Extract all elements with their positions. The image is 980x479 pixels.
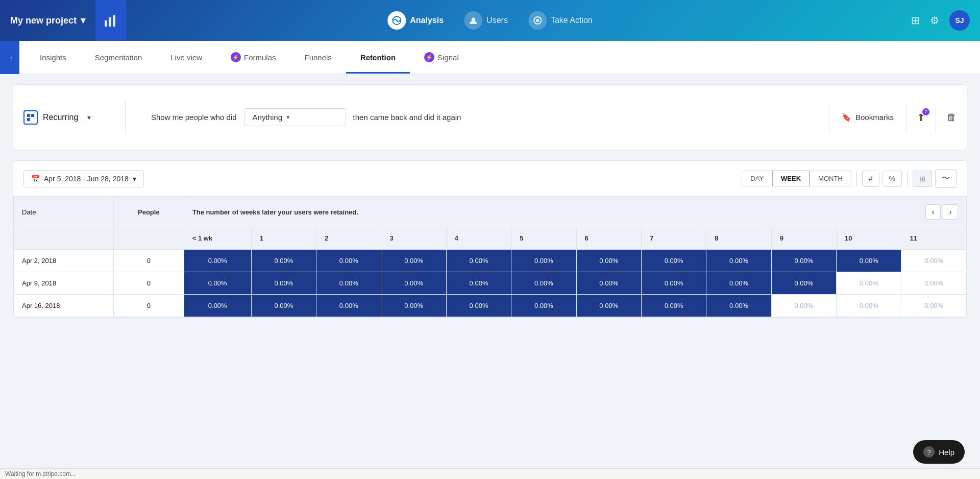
retention-cell[interactable]: 0.00% [706,250,771,272]
formulas-icon: ⚡ [231,52,241,62]
tab-insights[interactable]: Insights [26,41,81,74]
sub-nav-tabs: Insights Segmentation Live view ⚡ Formul… [26,41,473,74]
retention-cell[interactable]: 0.00% [381,250,446,272]
grid-icon[interactable]: ⊞ [911,14,920,27]
nav-users[interactable]: Users [464,11,508,30]
row-people: 0 [113,295,184,317]
toolbar-right: DAY WEEK MONTH # % ⊞ 〜 [742,169,957,188]
project-name[interactable]: My new project ▾ [10,15,85,26]
retention-cell[interactable]: 0.00% [446,295,511,317]
recurring-selector[interactable]: Recurring ▾ [13,101,126,134]
user-avatar[interactable]: SJ [949,10,970,31]
period-day-button[interactable]: DAY [742,171,772,186]
filter-right: 🔖 Bookmarks ⬆ 7 🗑 [829,102,967,133]
divider2 [907,171,908,186]
table-prev-button[interactable]: ‹ [925,204,941,220]
nav-take-action[interactable]: Take Action [528,11,593,30]
retention-cell[interactable]: 0.00% [251,295,316,317]
retention-cell[interactable]: 0.00% [641,295,706,317]
week-col-10: 10 [837,227,901,250]
retention-cell[interactable]: 0.00% [251,272,316,295]
tab-retention[interactable]: Retention [346,41,410,74]
users-icon [464,11,482,30]
svg-rect-2 [113,15,115,27]
retention-cell[interactable]: 0.00% [901,250,967,272]
filter-bar: Recurring ▾ Show me people who did Anyth… [13,84,967,150]
week-col-1: 1 [251,227,316,250]
retention-cell[interactable]: 0.00% [184,250,251,272]
retention-cell[interactable]: 0.00% [511,250,576,272]
retention-cell[interactable]: 0.00% [771,295,836,317]
retention-cell[interactable]: 0.00% [641,272,706,295]
calendar-icon: 📅 [31,175,40,183]
tab-formulas[interactable]: ⚡ Formulas [216,41,290,74]
retention-cell[interactable]: 0.00% [316,272,381,295]
chart-view-button[interactable]: 〜 [935,169,957,188]
table-row: Apr 16, 201800.00%0.00%0.00%0.00%0.00%0.… [14,295,967,317]
retention-cell[interactable]: 0.00% [381,295,446,317]
take-action-icon [528,11,547,30]
row-date: Apr 2, 2018 [14,250,114,272]
retention-cell[interactable]: 0.00% [511,272,576,295]
week-col-5: 5 [511,227,576,250]
retention-cell[interactable]: 0.00% [184,272,251,295]
retention-cell[interactable]: 0.00% [511,295,576,317]
tab-funnels[interactable]: Funnels [290,41,346,74]
upload-button[interactable]: ⬆ 7 [906,102,936,133]
chart-icon-box [95,0,126,41]
retention-cell[interactable]: 0.00% [576,272,641,295]
table-next-button[interactable]: › [943,204,958,220]
retention-cell[interactable]: 0.00% [641,250,706,272]
retention-cell[interactable]: 0.00% [316,295,381,317]
retention-cell[interactable]: 0.00% [576,295,641,317]
svg-point-6 [536,19,539,22]
table-row: Apr 2, 201800.00%0.00%0.00%0.00%0.00%0.0… [14,250,967,272]
retention-cell[interactable]: 0.00% [446,250,511,272]
retention-cell[interactable]: 0.00% [576,250,641,272]
retention-cell[interactable]: 0.00% [446,272,511,295]
period-month-button[interactable]: MONTH [810,171,851,186]
nav-analysis[interactable]: Analysis [387,11,444,30]
svg-rect-0 [105,20,107,27]
table-navigation: ‹ › [925,204,958,220]
tab-live-view[interactable]: Live view [156,41,216,74]
anything-chevron-icon: ▾ [286,113,290,121]
collapse-button[interactable]: → [0,41,19,74]
retention-cell[interactable]: 0.00% [837,250,901,272]
week-col-4: 4 [446,227,511,250]
retention-cell[interactable]: 0.00% [706,295,771,317]
divider [856,171,857,186]
grid-view-button[interactable]: ⊞ [913,171,932,187]
retention-cell[interactable]: 0.00% [837,272,901,295]
retention-cell[interactable]: 0.00% [901,272,967,295]
row-people: 0 [113,272,184,295]
retention-cell[interactable]: 0.00% [381,272,446,295]
hash-button[interactable]: # [862,171,879,187]
retention-cell[interactable]: 0.00% [901,295,967,317]
date-range-picker[interactable]: 📅 Apr 5, 2018 - Jun 28, 2018 ▾ [23,170,144,187]
week-col-9: 9 [771,227,836,250]
settings-icon[interactable]: ⚙ [930,14,939,27]
tab-segmentation[interactable]: Segmentation [81,41,157,74]
bookmark-icon: 🔖 [842,113,851,122]
bookmarks-button[interactable]: 🔖 Bookmarks [829,104,906,131]
col-subheader-people [113,227,184,250]
retention-cell[interactable]: 0.00% [837,295,901,317]
anything-dropdown[interactable]: Anything ▾ [244,108,346,126]
retention-cell[interactable]: 0.00% [251,250,316,272]
top-navigation: My new project ▾ Analysis [0,0,980,41]
table-row: Apr 9, 201800.00%0.00%0.00%0.00%0.00%0.0… [14,272,967,295]
delete-button[interactable]: 🗑 [936,102,967,132]
tab-signal[interactable]: ⚡ Signal [410,41,473,74]
percent-button[interactable]: % [883,171,902,187]
retention-cell[interactable]: 0.00% [771,272,836,295]
badge-count: 7 [922,108,929,115]
retention-cell[interactable]: 0.00% [184,295,251,317]
arrow-right-icon: → [6,53,14,62]
retention-cell[interactable]: 0.00% [771,250,836,272]
period-week-button[interactable]: WEEK [772,171,810,186]
status-bar: Waiting for m.stripe.com... [0,468,980,479]
help-button[interactable]: ? Help [913,440,965,464]
retention-cell[interactable]: 0.00% [706,272,771,295]
retention-cell[interactable]: 0.00% [316,250,381,272]
